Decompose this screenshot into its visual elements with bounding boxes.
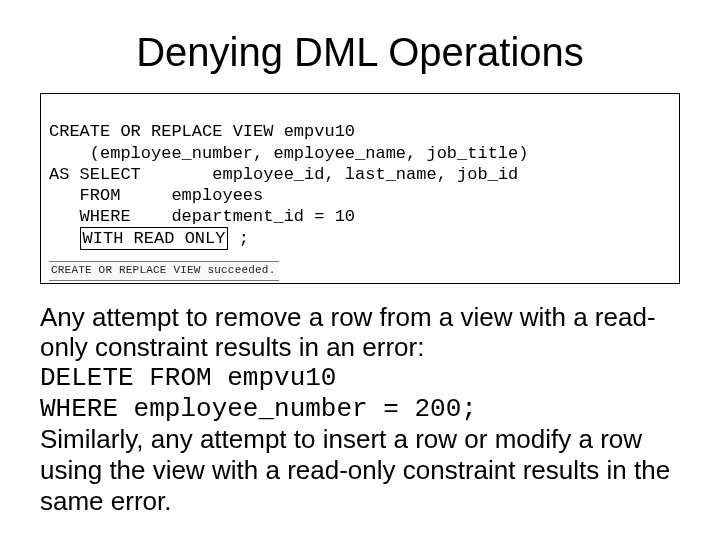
code-line-5: WHERE department_id = 10 [49, 207, 355, 226]
code-line-3: AS SELECT employee_id, last_name, job_id [49, 165, 518, 184]
paragraph-1: Any attempt to remove a row from a view … [40, 302, 680, 363]
paragraph-2: Similarly, any attempt to insert a row o… [40, 424, 680, 516]
example-code-line-2: WHERE employee_number = 200; [40, 394, 680, 425]
slide: Denying DML Operations CREATE OR REPLACE… [0, 0, 720, 540]
example-code-line-1: DELETE FROM empvu10 [40, 363, 680, 394]
slide-title: Denying DML Operations [40, 30, 680, 75]
code-line-6-pre [49, 229, 80, 248]
code-line-2: (employee_number, employee_name, job_tit… [49, 144, 528, 163]
result-row: CREATE OR REPLACE VIEW succeeded. [49, 256, 671, 281]
code-line-6-post: ; [228, 229, 248, 248]
result-message: CREATE OR REPLACE VIEW succeeded. [49, 261, 279, 281]
body-text: Any attempt to remove a row from a view … [40, 302, 680, 517]
with-read-only-highlight: WITH READ ONLY [80, 227, 229, 250]
code-line-1: CREATE OR REPLACE VIEW empvu10 [49, 122, 355, 141]
code-line-4: FROM employees [49, 186, 263, 205]
code-box: CREATE OR REPLACE VIEW empvu10 (employee… [40, 93, 680, 284]
